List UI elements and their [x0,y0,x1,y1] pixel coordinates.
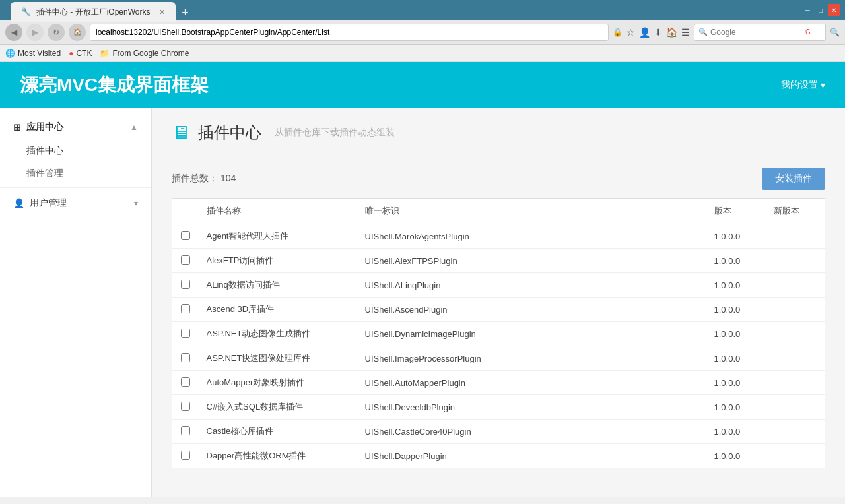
th-version: 版本 [706,199,766,224]
row-uid: UIShell.AlexFTPSPlugin [357,249,706,273]
plugin-count-label: 插件总数： [172,173,218,183]
row-uid: UIShell.MarokAgentsPlugin [357,224,706,249]
tab-close-icon[interactable]: ✕ [159,8,165,16]
row-uid: UIShell.AscendPlugin [357,298,706,322]
page-icon: 🖥 [172,121,190,143]
plugin-count: 插件总数： 104 [172,173,236,185]
table-row: C#嵌入式SQL数据库插件 UIShell.DeveeldbPlugin 1.0… [172,395,825,420]
row-newversion [766,395,825,420]
row-newversion [766,298,825,322]
row-checkbox-5[interactable] [181,353,190,362]
plugin-table: 插件名称 唯一标识 版本 新版本 Agent智能代理人插件 UIShell.Ma… [172,198,825,468]
star-icon[interactable]: ☆ [626,27,635,38]
address-input[interactable] [90,24,609,41]
th-uid: 唯一标识 [357,199,706,224]
sidebar-app-center-header[interactable]: ⊞ 应用中心 ▲ [0,115,151,140]
plugin-count-value: 104 [220,173,236,183]
table-toolbar: 插件总数： 104 安装插件 [172,168,825,190]
row-newversion [766,371,825,395]
grid-icon: ⊞ [13,122,21,133]
row-newversion [766,346,825,371]
row-checkbox-cell [172,224,199,249]
forward-button[interactable]: ▶ [26,24,44,41]
minimize-button[interactable]: ─ [801,4,813,16]
sidebar-item-plugin-center[interactable]: 插件中心 [0,140,151,162]
row-newversion [766,249,825,273]
row-version: 1.0.0.0 [706,371,766,395]
th-name: 插件名称 [199,199,357,224]
row-checkbox-8[interactable] [181,426,190,435]
bookmark-chrome[interactable]: 📁 From Google Chrome [100,49,189,58]
row-uid: UIShell.DeveeldbPlugin [357,395,706,420]
user-management-icon: 👤 [13,198,24,208]
app-header: 漂亮MVC集成界面框架 我的设置 ▾ [0,62,845,108]
back-button[interactable]: ◀ [5,24,22,41]
active-tab[interactable]: 🔧 插件中心 - 开放工厂iOpenWorks ✕ [11,2,176,22]
install-button[interactable]: 安装插件 [762,168,825,190]
sidebar-user-management[interactable]: 👤 用户管理 ▾ [0,191,151,216]
settings-button[interactable]: 我的设置 ▾ [781,79,825,91]
sidebar-plugin-center-label: 插件中心 [26,145,63,156]
table-row: ASP.NET快速图像处理库件 UIShell.ImageProcessorPl… [172,346,825,371]
bookmark-most-visited[interactable]: 🌐 Most Visited [5,49,61,58]
row-checkbox-1[interactable] [181,255,190,265]
search-engine-icon: G [805,28,811,36]
sidebar-divider [0,187,151,188]
row-checkbox-cell [172,395,199,420]
download-icon[interactable]: ⬇ [654,27,662,38]
bookmark-favicon-2: ● [69,49,73,58]
table-header-row: 插件名称 唯一标识 版本 新版本 [172,199,825,224]
row-uid: UIShell.ImageProcessorPlugin [357,346,706,371]
sidebar-section-app-center: ⊞ 应用中心 ▲ 插件中心 插件管理 [0,115,151,185]
row-newversion [766,322,825,346]
row-newversion [766,224,825,249]
row-version: 1.0.0.0 [706,395,766,420]
row-checkbox-cell [172,346,199,371]
table-row: AlexFTP访问插件 UIShell.AlexFTPSPlugin 1.0.0… [172,249,825,273]
bookmark-label-1: Most Visited [18,49,61,58]
row-checkbox-2[interactable] [181,280,190,289]
menu-icon[interactable]: ☰ [681,27,690,38]
bookmark-label-3: From Google Chrome [112,49,189,58]
row-name: ASP.NET动态图像生成插件 [199,322,357,346]
close-button[interactable]: ✕ [828,4,840,16]
settings-label: 我的设置 [781,79,818,91]
user-expand-icon: ▾ [134,199,138,208]
sidebar-item-plugin-management[interactable]: 插件管理 [0,162,151,185]
row-uid: UIShell.CastleCore40Plugin [357,420,706,444]
row-uid: UIShell.DapperPlugin [357,444,706,468]
user-management-label: 用户管理 [30,197,67,209]
bookmark-favicon-1: 🌐 [5,49,15,58]
tab-favicon: 🔧 [21,7,31,16]
row-checkbox-0[interactable] [181,231,190,240]
row-newversion [766,273,825,298]
row-newversion [766,420,825,444]
row-newversion [766,444,825,468]
row-checkbox-4[interactable] [181,329,190,338]
row-name: Castle核心库插件 [199,420,357,444]
search-btn[interactable]: 🔍 [830,28,840,37]
row-checkbox-6[interactable] [181,377,190,387]
settings-arrow-icon: ▾ [821,80,825,90]
user-icon[interactable]: 👤 [639,27,650,38]
row-name: ASP.NET快速图像处理库件 [199,346,357,371]
th-newversion: 新版本 [766,199,825,224]
new-tab-button[interactable]: + [176,3,194,22]
maximize-button[interactable]: □ [815,4,827,16]
row-checkbox-3[interactable] [181,304,190,313]
row-checkbox-9[interactable] [181,451,190,460]
row-uid: UIShell.ALinqPlugin [357,273,706,298]
row-name: Ascend 3D库插件 [199,298,357,322]
search-input[interactable] [710,28,803,37]
row-version: 1.0.0.0 [706,224,766,249]
home-button[interactable]: 🏠 [69,24,86,41]
row-version: 1.0.0.0 [706,346,766,371]
row-uid: UIShell.AutoMapperPlugin [357,371,706,395]
row-checkbox-7[interactable] [181,402,190,411]
home-toolbar-icon[interactable]: 🏠 [666,27,677,38]
table-row: Castle核心库插件 UIShell.CastleCore40Plugin 1… [172,420,825,444]
row-checkbox-cell [172,371,199,395]
app-title: 漂亮MVC集成界面框架 [20,73,209,98]
reload-button[interactable]: ↻ [48,24,65,41]
bookmark-ctk[interactable]: ● CTK [69,49,92,58]
